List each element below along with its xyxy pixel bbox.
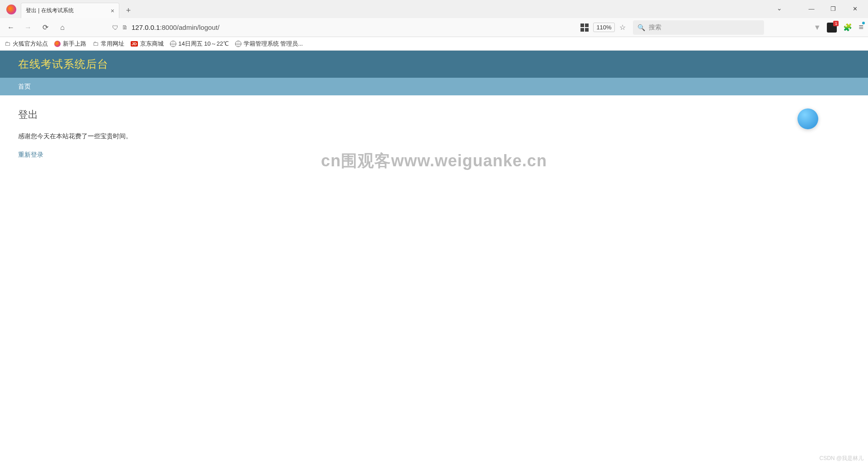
close-tab-icon[interactable]: ×: [111, 7, 114, 14]
bookmark-star-icon[interactable]: ☆: [619, 23, 626, 32]
url-text: 127.0.0.1:8000/admin/logout/: [132, 23, 219, 31]
nav-home-link[interactable]: 首页: [18, 83, 31, 90]
browser-tab[interactable]: 登出 | 在线考试系统 ×: [21, 3, 119, 18]
floating-assistant-icon[interactable]: [797, 108, 818, 129]
extensions-icon[interactable]: 🧩: [843, 23, 852, 32]
url-box[interactable]: 🛡 🗎 127.0.0.1:8000/admin/logout/: [109, 20, 399, 35]
zoom-indicator[interactable]: 110%: [593, 23, 614, 32]
home-button[interactable]: ⌂: [56, 21, 69, 34]
address-bar: ← → ⟳ ⌂ 🛡 🗎 127.0.0.1:8000/admin/logout/…: [0, 18, 868, 37]
globe-icon: [170, 41, 176, 47]
bookmark-label: 14日周五 10～22℃: [179, 40, 229, 48]
browser-tab-strip: 登出 | 在线考试系统 × + ⌄ — ❐ ✕: [0, 0, 868, 18]
globe-icon: [235, 41, 241, 47]
bookmark-item[interactable]: JD京东商城: [131, 40, 164, 48]
minimize-button[interactable]: —: [801, 2, 822, 15]
search-placeholder: 搜索: [649, 23, 661, 32]
jd-icon: JD: [131, 41, 138, 47]
logout-message: 感谢您今天在本站花费了一些宝贵时间。: [18, 132, 850, 141]
bookmarks-bar: 🗀火狐官方站点 新手上路 🗀常用网址 JD京东商城 14日周五 10～22℃ 学…: [0, 37, 868, 51]
addr-right-tools: 110% ☆ 🔍 搜索 ▼ 🧩 ≡: [580, 20, 863, 35]
search-icon: 🔍: [637, 24, 645, 31]
page-icon: 🗎: [122, 24, 128, 31]
folder-icon: 🗀: [93, 40, 99, 47]
window-controls: — ❐ ✕: [801, 2, 865, 15]
new-tab-button[interactable]: +: [122, 4, 135, 17]
bookmark-item[interactable]: 🗀火狐官方站点: [5, 40, 48, 48]
tab-title: 登出 | 在线考试系统: [26, 7, 111, 14]
folder-icon: 🗀: [5, 40, 10, 47]
bookmark-item[interactable]: 🗀常用网址: [93, 40, 124, 48]
bookmark-label: 新手上路: [63, 40, 86, 48]
firefox-icon: [6, 5, 16, 14]
extension-badge-icon[interactable]: [827, 23, 837, 33]
qr-icon[interactable]: [580, 23, 589, 32]
main-content: 登出 感谢您今天在本站花费了一些宝贵时间。 重新登录: [0, 95, 868, 172]
site-title: 在线考试系统后台: [18, 58, 108, 70]
maximize-button[interactable]: ❐: [823, 2, 844, 15]
downloads-icon[interactable]: ▼: [814, 23, 821, 32]
search-box[interactable]: 🔍 搜索: [633, 20, 764, 35]
close-window-button[interactable]: ✕: [844, 2, 865, 15]
app-menu-icon[interactable]: ≡: [859, 23, 863, 32]
bookmark-label: 火狐官方站点: [13, 40, 48, 48]
page-heading: 登出: [18, 108, 850, 122]
firefox-icon: [54, 41, 61, 47]
bookmark-label: 常用网址: [101, 40, 124, 48]
bookmark-item[interactable]: 14日周五 10～22℃: [170, 40, 229, 48]
tab-overflow-icon[interactable]: ⌄: [777, 5, 782, 12]
forward-button[interactable]: →: [22, 21, 34, 34]
bookmark-label: 学籍管理系统 管理员...: [244, 40, 303, 48]
bookmark-item[interactable]: 新手上路: [54, 40, 86, 48]
reload-button[interactable]: ⟳: [39, 21, 52, 34]
csdn-attribution: CSDN @我是林儿: [819, 455, 863, 462]
page-content: 在线考试系统后台 首页 登出 感谢您今天在本站花费了一些宝贵时间。 重新登录 c…: [0, 51, 868, 465]
back-button[interactable]: ←: [5, 21, 17, 34]
extension-area: ▼ 🧩 ≡: [814, 23, 863, 33]
shield-icon: 🛡: [112, 24, 118, 31]
breadcrumb-bar: 首页: [0, 78, 868, 95]
bookmark-item[interactable]: 学籍管理系统 管理员...: [235, 40, 303, 48]
site-header: 在线考试系统后台: [0, 51, 868, 78]
relogin-link[interactable]: 重新登录: [18, 151, 43, 158]
bookmark-label: 京东商城: [140, 40, 164, 48]
